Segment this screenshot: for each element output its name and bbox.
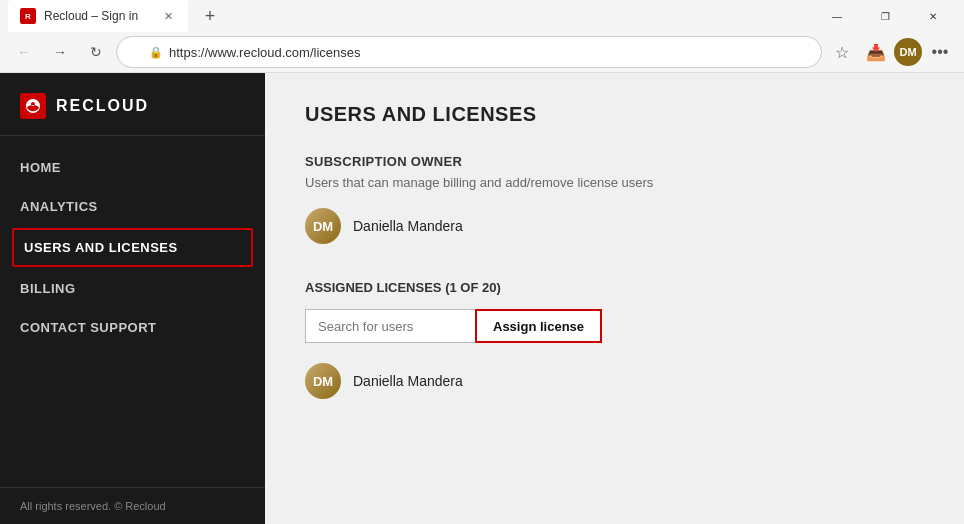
assigned-user-name: Daniella Mandera	[353, 373, 463, 389]
title-bar: R Recloud – Sign in ✕ + — ❐ ✕	[0, 0, 964, 32]
sidebar: RECLOUD HOME ANALYTICS USERS AND LICENSE…	[0, 73, 265, 524]
profile-button[interactable]: DM	[894, 38, 922, 66]
subscription-owner-subtitle: Users that can manage billing and add/re…	[305, 175, 924, 190]
subscription-owner-user-row: DM Daniella Mandera	[305, 204, 924, 248]
sidebar-item-contact-support[interactable]: CONTACT SUPPORT	[0, 308, 265, 347]
collections-button[interactable]: 📥	[860, 36, 892, 68]
app: RECLOUD HOME ANALYTICS USERS AND LICENSE…	[0, 73, 964, 524]
lock-icon: 🔒	[149, 46, 163, 59]
assigned-licenses-title: ASSIGNED LICENSES (1 OF 20)	[305, 280, 924, 295]
search-assign-row: Assign license	[305, 309, 924, 343]
sidebar-logo: RECLOUD	[0, 73, 265, 136]
url-input[interactable]: 🔒 https://www.recloud.com/licenses	[116, 36, 822, 68]
main-content: USERS AND LICENSES SUBSCRIPTION OWNER Us…	[265, 73, 964, 524]
tab-close-button[interactable]: ✕	[160, 8, 176, 24]
window-controls: — ❐ ✕	[814, 0, 956, 32]
minimize-button[interactable]: —	[814, 0, 860, 32]
logo-icon	[20, 93, 46, 119]
refresh-button[interactable]: ↻	[80, 36, 112, 68]
favorites-button[interactable]: ☆	[826, 36, 858, 68]
subscription-owner-title: SUBSCRIPTION OWNER	[305, 154, 924, 169]
page-title: USERS AND LICENSES	[305, 103, 924, 126]
subscription-owner-section: SUBSCRIPTION OWNER Users that can manage…	[305, 154, 924, 248]
address-bar: ← → ↻ 🔒 https://www.recloud.com/licenses…	[0, 32, 964, 72]
sidebar-item-billing[interactable]: BILLING	[0, 269, 265, 308]
assigned-user-avatar: DM	[305, 363, 341, 399]
settings-button[interactable]: •••	[924, 36, 956, 68]
logo-svg	[24, 97, 42, 115]
footer-text: All rights reserved. © Recloud	[20, 500, 166, 512]
sidebar-item-analytics[interactable]: ANALYTICS	[0, 187, 265, 226]
sidebar-item-users-licenses[interactable]: USERS AND LICENSES	[12, 228, 253, 267]
subscription-owner-avatar: DM	[305, 208, 341, 244]
url-text: https://www.recloud.com/licenses	[169, 45, 360, 60]
forward-button[interactable]: →	[44, 36, 76, 68]
browser-chrome: R Recloud – Sign in ✕ + — ❐ ✕ ← → ↻ 🔒 ht…	[0, 0, 964, 73]
subscription-owner-name: Daniella Mandera	[353, 218, 463, 234]
close-button[interactable]: ✕	[910, 0, 956, 32]
logo-text: RECLOUD	[56, 97, 149, 115]
tab-title: Recloud – Sign in	[44, 9, 138, 23]
assigned-user-row: DM Daniella Mandera	[305, 359, 924, 403]
browser-tab[interactable]: R Recloud – Sign in ✕	[8, 0, 188, 32]
tab-favicon: R	[20, 8, 36, 24]
sidebar-footer: All rights reserved. © Recloud	[0, 487, 265, 524]
search-input[interactable]	[305, 309, 475, 343]
new-tab-button[interactable]: +	[196, 2, 224, 30]
sidebar-nav: HOME ANALYTICS USERS AND LICENSES BILLIN…	[0, 136, 265, 487]
assigned-licenses-section: ASSIGNED LICENSES (1 OF 20) Assign licen…	[305, 280, 924, 403]
maximize-button[interactable]: ❐	[862, 0, 908, 32]
back-button[interactable]: ←	[8, 36, 40, 68]
assign-license-button[interactable]: Assign license	[475, 309, 602, 343]
sidebar-item-home[interactable]: HOME	[0, 148, 265, 187]
